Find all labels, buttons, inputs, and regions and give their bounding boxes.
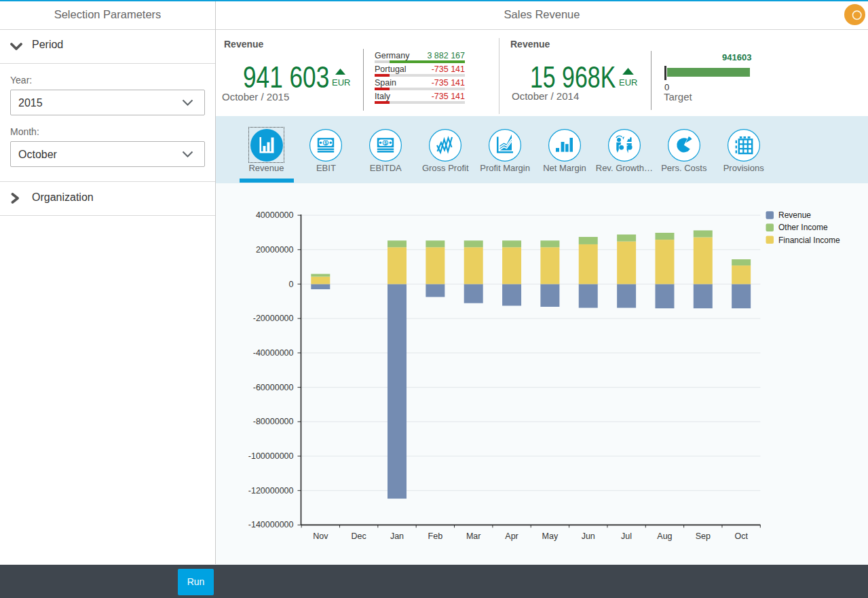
- svg-text:Dec: Dec: [352, 531, 366, 541]
- svg-text:Jan: Jan: [390, 531, 404, 541]
- svg-text:Sep: Sep: [696, 531, 711, 541]
- svg-text:-140000000: -140000000: [248, 520, 294, 529]
- svg-text:Jun: Jun: [582, 531, 595, 541]
- svg-text:40000000: 40000000: [256, 210, 294, 220]
- svg-text:Financial Income: Financial Income: [778, 236, 840, 245]
- svg-text:-80000000: -80000000: [253, 417, 294, 426]
- svg-text:Oct: Oct: [734, 531, 748, 541]
- svg-text:Revenue: Revenue: [778, 210, 811, 220]
- svg-text:Feb: Feb: [428, 531, 443, 541]
- svg-text:Aug: Aug: [657, 531, 672, 541]
- svg-text:-120000000: -120000000: [248, 486, 294, 496]
- svg-text:-40000000: -40000000: [253, 348, 294, 358]
- svg-text:Other Income: Other Income: [778, 223, 828, 232]
- svg-text:Mar: Mar: [466, 531, 481, 541]
- svg-text:20000000: 20000000: [256, 245, 294, 255]
- svg-text:May: May: [542, 531, 559, 541]
- svg-text:-60000000: -60000000: [253, 383, 294, 392]
- svg-text:-100000000: -100000000: [248, 451, 294, 461]
- svg-text:-20000000: -20000000: [253, 314, 294, 323]
- svg-text:Jul: Jul: [621, 531, 632, 541]
- svg-text:Nov: Nov: [313, 531, 328, 541]
- svg-text:Apr: Apr: [505, 531, 518, 541]
- svg-text:0: 0: [289, 280, 294, 289]
